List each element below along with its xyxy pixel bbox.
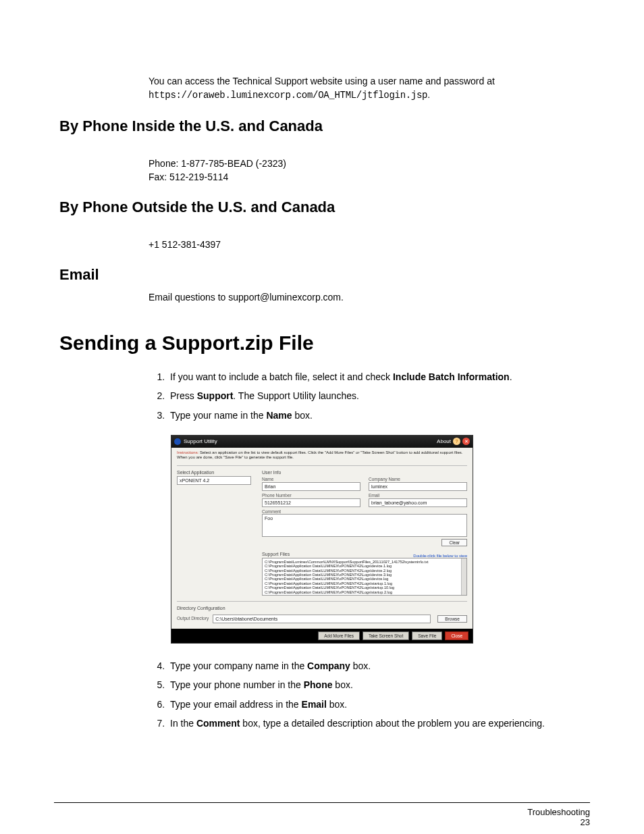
browse-button[interactable]: Browse	[437, 615, 467, 623]
footer-section: Troubleshooting	[527, 807, 590, 817]
phone-intl: +1 512-381-4397	[149, 239, 221, 250]
name-input[interactable]: Brian	[262, 482, 360, 491]
step-6: Type your email address in the Email box…	[167, 697, 585, 712]
instructions: Instructions: Select an application on t…	[177, 450, 467, 460]
email-text: Email questions to support@luminexcorp.c…	[149, 292, 344, 303]
step-1: If you want to include a batch file, sel…	[167, 369, 585, 384]
page-number: 23	[54, 817, 590, 827]
scrollbar[interactable]	[461, 558, 466, 595]
company-input[interactable]: luminex	[369, 482, 467, 491]
heading-phone-intl: By Phone Outside the U.S. and Canada	[59, 199, 585, 216]
take-screenshot-button[interactable]: Take Screen Shot	[363, 631, 409, 640]
clear-button[interactable]: Clear	[441, 539, 467, 546]
phone-label: Phone Number	[262, 493, 360, 498]
email-input[interactable]: brian_tabone@yahoo.com	[369, 498, 467, 507]
output-dir-input[interactable]: C:\Users\btabone\Documents	[213, 615, 431, 623]
step-3: Type your name in the Name box.	[167, 408, 585, 423]
dot: .	[427, 89, 430, 100]
support-utility-window: Support Utility About ? ✕ Instructions: …	[171, 435, 473, 644]
support-files-list[interactable]: C:\ProgramData\Luminex\Common\LMNXSuppor…	[262, 558, 467, 596]
about-link[interactable]: About	[437, 438, 451, 444]
titlebar: Support Utility About ? ✕	[171, 436, 473, 448]
fax-us: Fax: 512-219-5114	[149, 172, 228, 182]
add-more-files-button[interactable]: Add More Files	[318, 631, 360, 640]
email-label: Email	[369, 493, 467, 498]
app-icon	[174, 438, 181, 445]
support-url: https://oraweb.luminexcorp.com/OA_HTML/j…	[149, 90, 427, 101]
window-title: Support Utility	[184, 438, 217, 444]
heading-email: Email	[59, 266, 585, 284]
comment-input[interactable]: Foo	[262, 514, 467, 537]
app-select[interactable]: xPONENT 4.2	[177, 476, 251, 485]
comment-label: Comment	[262, 509, 281, 514]
step-7: In the Comment box, type a detailed desc…	[167, 716, 585, 731]
heading-sending: Sending a Support.zip File	[59, 332, 585, 355]
select-app-label: Select Application	[177, 470, 251, 475]
company-label: Company Name	[369, 477, 467, 481]
user-info-label: User Info	[262, 470, 467, 475]
step-2: Press Support. The Support Utility launc…	[167, 388, 585, 403]
support-files-label: Support Files	[262, 552, 290, 556]
phone-input[interactable]: 5126551212	[262, 498, 360, 507]
close-button[interactable]: Close	[445, 631, 468, 640]
step-4: Type your company name in the Company bo…	[167, 658, 585, 673]
step-5: Type your phone number in the Phone box.	[167, 677, 585, 692]
dir-config-label: Directory Configuration	[177, 606, 467, 610]
help-icon[interactable]: ?	[453, 438, 460, 445]
file-item[interactable]: C:\ProgramData\Application Data\LUMINEX\…	[265, 590, 464, 594]
output-dir-label: Output Directory	[177, 616, 209, 621]
intro-text: You can access the Technical Support web…	[149, 76, 495, 86]
phone-us: Phone: 1-877-785-BEAD (-2323)	[149, 158, 286, 169]
name-label: Name	[262, 477, 360, 481]
heading-phone-us: By Phone Inside the U.S. and Canada	[59, 118, 585, 135]
save-file-button[interactable]: Save File	[412, 631, 442, 640]
close-icon[interactable]: ✕	[462, 438, 470, 445]
